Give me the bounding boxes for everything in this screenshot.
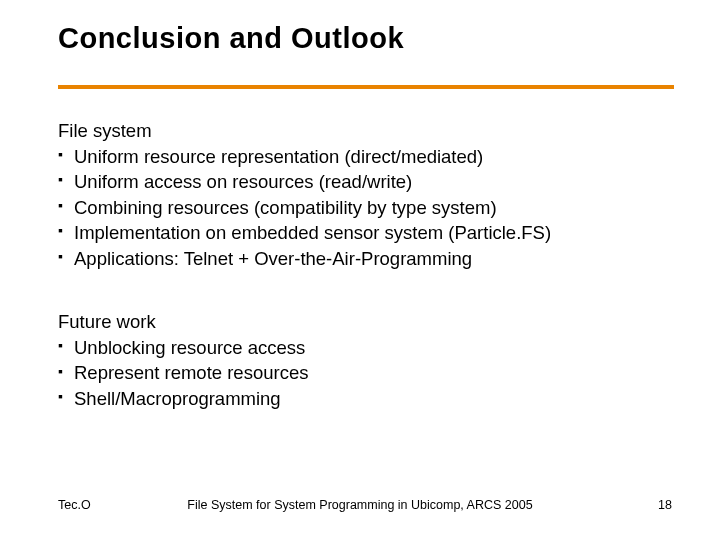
title-underline	[58, 85, 674, 89]
slide-footer: Tec.O File System for System Programming…	[0, 492, 720, 512]
list-item: Applications: Telnet + Over-the-Air-Prog…	[58, 246, 674, 272]
footer-center: File System for System Programming in Ub…	[0, 498, 720, 512]
section-heading-filesystem: File system	[58, 118, 674, 144]
footer-page-number: 18	[658, 498, 672, 512]
slide-title: Conclusion and Outlook	[58, 22, 404, 55]
list-item: Uniform access on resources (read/write)	[58, 169, 674, 195]
list-item: Implementation on embedded sensor system…	[58, 220, 674, 246]
list-item: Uniform resource representation (direct/…	[58, 144, 674, 170]
list-item: Combining resources (compatibility by ty…	[58, 195, 674, 221]
section-heading-future: Future work	[58, 309, 674, 335]
list-item: Unblocking resource access	[58, 335, 674, 361]
list-item: Shell/Macroprogramming	[58, 386, 674, 412]
list-item: Represent remote resources	[58, 360, 674, 386]
bullet-list-future: Unblocking resource access Represent rem…	[58, 335, 674, 412]
slide: Conclusion and Outlook File system Unifo…	[0, 0, 720, 540]
bullet-list-filesystem: Uniform resource representation (direct/…	[58, 144, 674, 272]
slide-body: File system Uniform resource representat…	[58, 118, 674, 411]
